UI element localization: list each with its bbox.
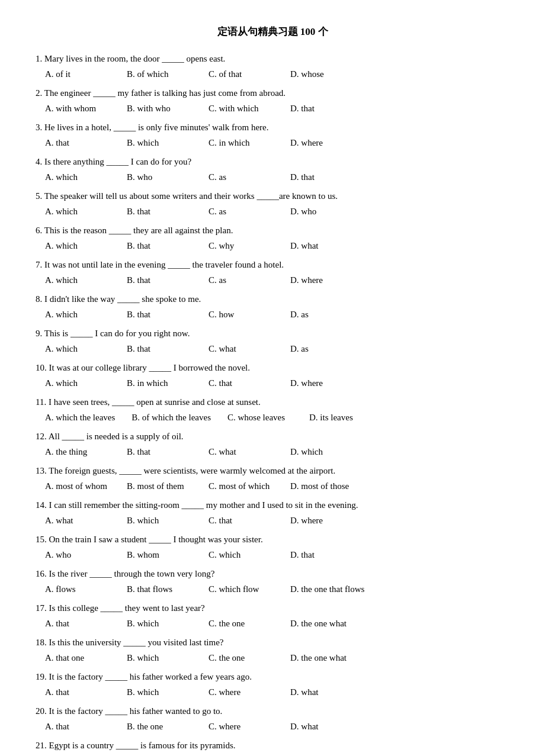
option-item: C. which flow — [209, 582, 274, 597]
options-row: A. of itB. of whichC. of thatD. whose — [36, 67, 509, 82]
options-row: A. whichB. thatC. howD. as — [36, 307, 509, 323]
question-text: 1. Mary lives in the room, the door ____… — [36, 52, 509, 67]
option-item: B. of which — [127, 67, 192, 82]
option-item: C. in which — [209, 754, 274, 756]
option-item: D. where — [290, 136, 355, 151]
option-item: D. what — [290, 239, 355, 254]
option-item: A. which — [45, 307, 110, 323]
option-item: D. most of those — [290, 479, 355, 494]
option-item: C. the one — [209, 651, 274, 666]
question-block: 5. The speaker will tell us about some w… — [36, 189, 509, 220]
option-item: C. what — [209, 445, 274, 460]
question-block: 7. It was not until late in the evening … — [36, 258, 509, 288]
option-item: C. as — [209, 204, 274, 220]
option-item: B. that — [127, 204, 192, 220]
question-block: 20. It is the factory _____ his father w… — [36, 704, 509, 735]
option-item: C. whose leaves — [227, 410, 293, 426]
option-item: B. who — [127, 170, 192, 185]
option-item: A. most of whom — [45, 479, 110, 494]
option-item: C. how — [209, 307, 274, 323]
question-block: 13. The foreign guests, _____ were scien… — [36, 464, 509, 494]
option-item: D. that — [290, 101, 355, 117]
option-item: A. the thing — [45, 445, 110, 460]
option-item: D. who — [290, 204, 355, 220]
question-block: 8. I didn't like the way _____ she spoke… — [36, 292, 509, 323]
option-item: C. of that — [209, 67, 274, 82]
option-item: C. where — [209, 685, 274, 700]
option-item: D. the one what — [290, 651, 355, 666]
question-block: 21. Egypt is a country _____ is famous f… — [36, 738, 509, 756]
question-text: 20. It is the factory _____ his father w… — [36, 704, 509, 719]
option-item: A. that — [45, 616, 110, 632]
option-item: B. the one — [127, 719, 192, 735]
options-row: A. whichB. thatC. asD. who — [36, 204, 509, 220]
options-row: A. most of whomB. most of themC. most of… — [36, 479, 509, 494]
options-row: A. whichB. thatC. whatD. as — [36, 342, 509, 357]
option-item: A. which — [45, 342, 110, 357]
option-item: C. most of which — [209, 479, 274, 494]
question-block: 10. It was at our college library _____ … — [36, 361, 509, 391]
options-row: A. whichB. thatC. asD. where — [36, 273, 509, 288]
question-text: 8. I didn't like the way _____ she spoke… — [36, 292, 509, 307]
option-item: B. that — [127, 239, 192, 254]
questions-container: 1. Mary lives in the room, the door ____… — [36, 52, 509, 756]
option-item: C. where — [209, 719, 274, 735]
question-text: 18. Is this the university _____ you vis… — [36, 635, 509, 651]
options-row: A. whereB. whichC. in whichD. at which — [36, 754, 509, 756]
option-item: B. with who — [127, 101, 192, 117]
option-item: C. that — [209, 513, 274, 529]
question-text: 21. Egypt is a country _____ is famous f… — [36, 738, 509, 754]
question-block: 1. Mary lives in the room, the door ____… — [36, 52, 509, 82]
option-item: A. that — [45, 719, 110, 735]
option-item: A. which the leaves — [45, 410, 115, 426]
page-title: 定语从句精典习题 100 个 — [36, 24, 509, 41]
option-item: A. that — [45, 685, 110, 700]
option-item: B. which — [127, 685, 192, 700]
question-block: 18. Is this the university _____ you vis… — [36, 635, 509, 666]
option-item: D. the one that flows — [290, 582, 364, 597]
options-row: A. that oneB. whichC. the oneD. the one … — [36, 651, 509, 666]
question-text: 17. Is this college _____ they went to l… — [36, 601, 509, 616]
question-text: 6. This is the reason _____ they are all… — [36, 223, 509, 239]
options-row: A. whichB. whoC. asD. that — [36, 170, 509, 185]
question-text: 4. Is there anything _____ I can do for … — [36, 155, 509, 170]
option-item: B. of which the leaves — [132, 410, 211, 426]
question-block: 11. I have seen trees, _____ open at sun… — [36, 395, 509, 426]
question-block: 12. All _____ is needed is a supply of o… — [36, 429, 509, 460]
options-row: A. which the leavesB. of which the leave… — [36, 410, 509, 426]
question-text: 3. He lives in a hotel, _____ is only fi… — [36, 120, 509, 136]
option-item: B. that — [127, 307, 192, 323]
option-item: A. flows — [45, 582, 110, 597]
option-item: D. what — [290, 685, 355, 700]
option-item: C. what — [209, 342, 274, 357]
option-item: D. the one what — [290, 616, 355, 632]
option-item: A. which — [45, 170, 110, 185]
question-block: 17. Is this college _____ they went to l… — [36, 601, 509, 632]
option-item: C. as — [209, 273, 274, 288]
option-item: D. as — [290, 342, 355, 357]
option-item: C. that — [209, 376, 274, 391]
question-text: 11. I have seen trees, _____ open at sun… — [36, 395, 509, 410]
option-item: A. which — [45, 204, 110, 220]
option-item: A. that one — [45, 651, 110, 666]
question-block: 16. Is the river _____ through the town … — [36, 567, 509, 597]
option-item: D. what — [290, 719, 355, 735]
question-text: 7. It was not until late in the evening … — [36, 258, 509, 273]
option-item: B. in which — [127, 376, 192, 391]
options-row: A. the thingB. thatC. whatD. which — [36, 445, 509, 460]
question-text: 19. It is the factory _____ his father w… — [36, 670, 509, 685]
options-row: A. whoB. whomC. whichD. that — [36, 548, 509, 563]
question-block: 15. On the train I saw a student _____ I… — [36, 532, 509, 563]
option-item: A. where — [45, 754, 110, 756]
option-item: B. that — [127, 273, 192, 288]
option-item: B. whom — [127, 548, 192, 563]
question-block: 14. I can still remember the sitting-roo… — [36, 498, 509, 529]
options-row: A. whichB. thatC. whyD. what — [36, 239, 509, 254]
option-item: B. which — [127, 136, 192, 151]
question-block: 9. This is _____ I can do for you right … — [36, 326, 509, 357]
option-item: B. which — [127, 651, 192, 666]
question-block: 6. This is the reason _____ they are all… — [36, 223, 509, 254]
option-item: A. what — [45, 513, 110, 529]
option-item: B. most of them — [127, 479, 192, 494]
options-row: A. whatB. whichC. thatD. where — [36, 513, 509, 529]
